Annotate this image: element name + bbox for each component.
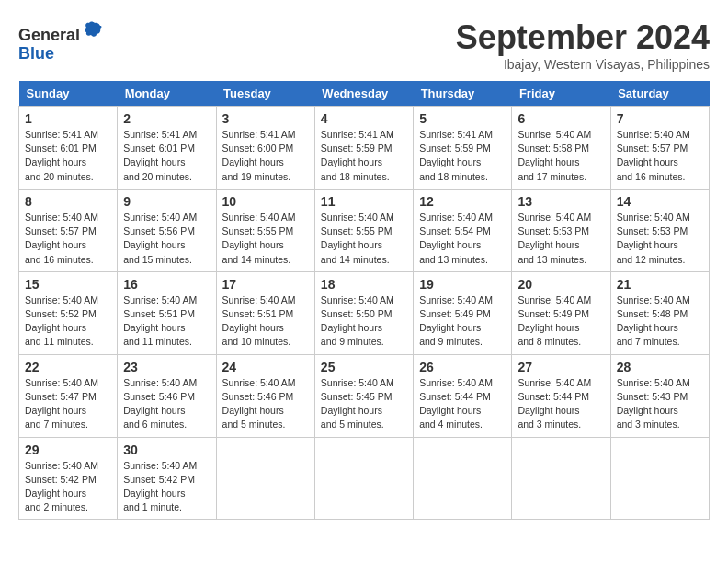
day-info: Sunrise: 5:40 AMSunset: 5:44 PMDaylight … <box>419 376 506 432</box>
day-number: 12 <box>419 194 506 209</box>
day-number: 14 <box>617 194 703 209</box>
day-number: 17 <box>222 277 309 292</box>
day-cell-7: 7Sunrise: 5:40 AMSunset: 5:57 PMDaylight… <box>610 107 709 190</box>
day-info: Sunrise: 5:40 AMSunset: 5:52 PMDaylight … <box>25 293 111 350</box>
day-cell-18: 18Sunrise: 5:40 AMSunset: 5:50 PMDayligh… <box>314 271 413 354</box>
day-info: Sunrise: 5:40 AMSunset: 5:46 PMDaylight … <box>222 376 309 432</box>
day-info: Sunrise: 5:40 AMSunset: 5:43 PMDaylight … <box>617 376 703 432</box>
day-cell-21: 21Sunrise: 5:40 AMSunset: 5:48 PMDayligh… <box>610 271 709 354</box>
week-row-1: 1Sunrise: 5:41 AMSunset: 6:01 PMDaylight… <box>19 107 710 190</box>
weekday-header-friday: Friday <box>512 81 610 107</box>
day-number: 30 <box>123 442 210 457</box>
day-number: 26 <box>419 360 506 374</box>
title-block: September 2024 Ibajay, Western Visayas, … <box>456 18 710 72</box>
day-info: Sunrise: 5:41 AMSunset: 6:00 PMDaylight … <box>222 128 309 184</box>
empty-cell <box>512 437 610 520</box>
day-info: Sunrise: 5:40 AMSunset: 5:50 PMDaylight … <box>321 293 407 350</box>
week-row-2: 8Sunrise: 5:40 AMSunset: 5:57 PMDaylight… <box>19 189 710 271</box>
day-info: Sunrise: 5:40 AMSunset: 5:56 PMDaylight … <box>123 211 210 267</box>
day-cell-26: 26Sunrise: 5:40 AMSunset: 5:44 PMDayligh… <box>414 354 512 437</box>
calendar-table: SundayMondayTuesdayWednesdayThursdayFrid… <box>18 81 710 520</box>
day-cell-30: 30Sunrise: 5:40 AMSunset: 5:42 PMDayligh… <box>118 437 216 520</box>
logo-bird-icon <box>82 18 104 40</box>
day-number: 21 <box>617 277 703 292</box>
day-info: Sunrise: 5:40 AMSunset: 5:48 PMDaylight … <box>617 293 703 350</box>
week-row-3: 15Sunrise: 5:40 AMSunset: 5:52 PMDayligh… <box>19 271 710 354</box>
day-info: Sunrise: 5:41 AMSunset: 6:01 PMDaylight … <box>25 128 111 184</box>
day-info: Sunrise: 5:40 AMSunset: 5:42 PMDaylight … <box>123 459 210 515</box>
day-info: Sunrise: 5:40 AMSunset: 5:58 PMDaylight … <box>518 128 604 184</box>
day-cell-5: 5Sunrise: 5:41 AMSunset: 5:59 PMDaylight… <box>414 107 512 190</box>
day-cell-1: 1Sunrise: 5:41 AMSunset: 6:01 PMDaylight… <box>19 107 118 190</box>
day-info: Sunrise: 5:40 AMSunset: 5:51 PMDaylight … <box>123 293 210 350</box>
day-number: 16 <box>123 277 210 292</box>
day-number: 24 <box>222 360 309 374</box>
day-cell-10: 10Sunrise: 5:40 AMSunset: 5:55 PMDayligh… <box>216 189 314 271</box>
empty-cell <box>216 437 314 520</box>
day-info: Sunrise: 5:40 AMSunset: 5:49 PMDaylight … <box>518 293 604 350</box>
empty-cell <box>610 437 709 520</box>
day-cell-4: 4Sunrise: 5:41 AMSunset: 5:59 PMDaylight… <box>314 107 413 190</box>
day-number: 19 <box>419 277 506 292</box>
day-number: 29 <box>25 442 111 457</box>
day-info: Sunrise: 5:40 AMSunset: 5:49 PMDaylight … <box>419 293 506 350</box>
weekday-header-tuesday: Tuesday <box>216 81 314 107</box>
logo-blue: Blue <box>18 44 54 63</box>
day-number: 22 <box>25 360 111 374</box>
day-number: 8 <box>25 194 111 209</box>
day-info: Sunrise: 5:40 AMSunset: 5:54 PMDaylight … <box>419 211 506 267</box>
day-cell-12: 12Sunrise: 5:40 AMSunset: 5:54 PMDayligh… <box>414 189 512 271</box>
day-number: 18 <box>321 277 407 292</box>
day-cell-9: 9Sunrise: 5:40 AMSunset: 5:56 PMDaylight… <box>118 189 216 271</box>
day-number: 3 <box>222 111 309 126</box>
day-cell-19: 19Sunrise: 5:40 AMSunset: 5:49 PMDayligh… <box>414 271 512 354</box>
day-cell-3: 3Sunrise: 5:41 AMSunset: 6:00 PMDaylight… <box>216 107 314 190</box>
day-cell-2: 2Sunrise: 5:41 AMSunset: 6:01 PMDaylight… <box>118 107 216 190</box>
day-cell-14: 14Sunrise: 5:40 AMSunset: 5:53 PMDayligh… <box>610 189 709 271</box>
day-cell-22: 22Sunrise: 5:40 AMSunset: 5:47 PMDayligh… <box>19 354 118 437</box>
week-row-5: 29Sunrise: 5:40 AMSunset: 5:42 PMDayligh… <box>19 437 710 520</box>
day-cell-20: 20Sunrise: 5:40 AMSunset: 5:49 PMDayligh… <box>512 271 610 354</box>
weekday-header-wednesday: Wednesday <box>314 81 413 107</box>
day-number: 7 <box>617 111 703 126</box>
day-number: 9 <box>123 194 210 209</box>
day-info: Sunrise: 5:40 AMSunset: 5:47 PMDaylight … <box>25 376 111 432</box>
day-info: Sunrise: 5:40 AMSunset: 5:53 PMDaylight … <box>518 211 604 267</box>
day-cell-8: 8Sunrise: 5:40 AMSunset: 5:57 PMDaylight… <box>19 189 118 271</box>
day-number: 2 <box>123 111 210 126</box>
day-number: 11 <box>321 194 407 209</box>
logo: General Blue <box>18 18 104 63</box>
day-number: 15 <box>25 277 111 292</box>
day-number: 25 <box>321 360 407 374</box>
day-number: 10 <box>222 194 309 209</box>
empty-cell <box>314 437 413 520</box>
page-header: General Blue September 2024 Ibajay, West… <box>18 18 710 72</box>
day-info: Sunrise: 5:41 AMSunset: 5:59 PMDaylight … <box>419 128 506 184</box>
weekday-header-sunday: Sunday <box>19 81 118 107</box>
day-info: Sunrise: 5:41 AMSunset: 6:01 PMDaylight … <box>123 128 210 184</box>
weekday-header-monday: Monday <box>118 81 216 107</box>
day-cell-24: 24Sunrise: 5:40 AMSunset: 5:46 PMDayligh… <box>216 354 314 437</box>
day-number: 20 <box>518 277 604 292</box>
day-number: 27 <box>518 360 604 374</box>
day-info: Sunrise: 5:40 AMSunset: 5:57 PMDaylight … <box>25 211 111 267</box>
location-subtitle: Ibajay, Western Visayas, Philippines <box>456 57 710 72</box>
day-cell-28: 28Sunrise: 5:40 AMSunset: 5:43 PMDayligh… <box>610 354 709 437</box>
day-number: 4 <box>321 111 407 126</box>
day-number: 28 <box>617 360 703 374</box>
weekday-header-saturday: Saturday <box>610 81 709 107</box>
day-cell-15: 15Sunrise: 5:40 AMSunset: 5:52 PMDayligh… <box>19 271 118 354</box>
weekday-header-row: SundayMondayTuesdayWednesdayThursdayFrid… <box>19 81 710 107</box>
day-info: Sunrise: 5:41 AMSunset: 5:59 PMDaylight … <box>321 128 407 184</box>
empty-cell <box>414 437 512 520</box>
day-number: 23 <box>123 360 210 374</box>
day-cell-25: 25Sunrise: 5:40 AMSunset: 5:45 PMDayligh… <box>314 354 413 437</box>
day-number: 6 <box>518 111 604 126</box>
week-row-4: 22Sunrise: 5:40 AMSunset: 5:47 PMDayligh… <box>19 354 710 437</box>
logo-general: General <box>18 26 80 44</box>
day-number: 1 <box>25 111 111 126</box>
day-info: Sunrise: 5:40 AMSunset: 5:46 PMDaylight … <box>123 376 210 432</box>
day-cell-27: 27Sunrise: 5:40 AMSunset: 5:44 PMDayligh… <box>512 354 610 437</box>
day-cell-13: 13Sunrise: 5:40 AMSunset: 5:53 PMDayligh… <box>512 189 610 271</box>
day-cell-29: 29Sunrise: 5:40 AMSunset: 5:42 PMDayligh… <box>19 437 118 520</box>
